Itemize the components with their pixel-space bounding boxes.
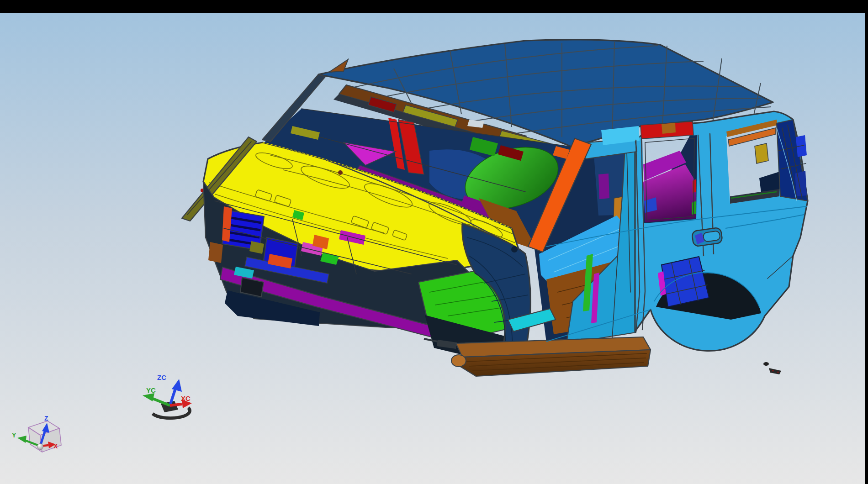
viewport-canvas[interactable]: ZC YC XC Z Y X — [0, 0, 868, 484]
window-red-sliver — [693, 179, 696, 193]
wcs-zc-label: ZC — [157, 374, 166, 381]
datum-origin-ball[interactable] — [37, 444, 43, 450]
fender-hole — [511, 246, 518, 253]
top-black-bar — [0, 0, 868, 13]
quarter-window[interactable] — [726, 124, 779, 204]
clip-brown-hook — [208, 242, 223, 263]
wcs-yc-label: YC — [146, 386, 156, 394]
datum-z-label: Z — [44, 415, 48, 422]
datum-x-label: X — [53, 442, 58, 450]
door-handle[interactable] — [692, 227, 723, 247]
cad-application-window: ZC YC XC Z Y X — [0, 0, 868, 484]
board-end-cap — [451, 355, 466, 367]
b-pillar-inner-purple[interactable] — [598, 174, 609, 199]
quarter-window-olive-clip — [755, 143, 768, 163]
datum-y-label: Y — [12, 431, 16, 439]
wcs-xc-label: XC — [181, 395, 191, 402]
rail-accent-brown — [662, 123, 676, 134]
hood-pin — [338, 170, 343, 175]
right-black-bar — [865, 0, 868, 484]
rear-door-window[interactable] — [642, 135, 697, 223]
